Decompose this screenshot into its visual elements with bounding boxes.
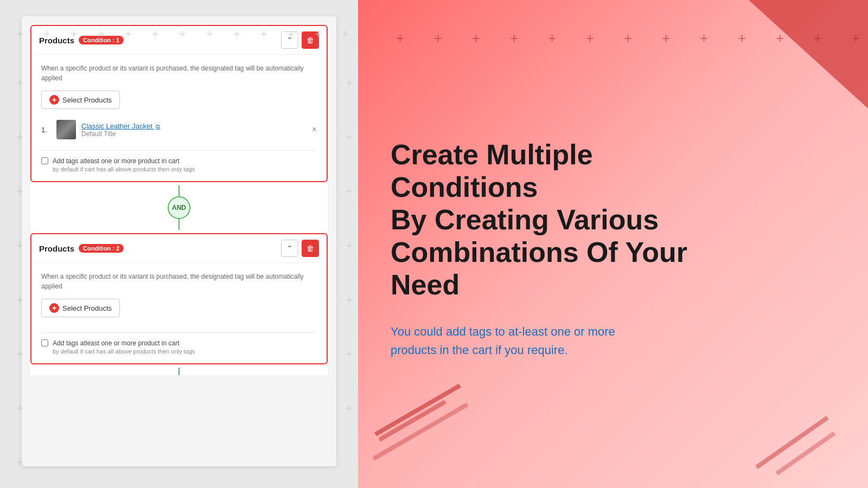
deco-cross-24: + (346, 184, 353, 198)
condition-2-collapse-button[interactable]: ⌃ (281, 240, 298, 257)
right-plus-6: + (586, 30, 594, 47)
deco-cross-25: + (346, 239, 353, 253)
product-item-1-left: 1. Classic Leather Jacket ⧉ Default Titl… (41, 120, 160, 139)
add-icon-1: + (49, 95, 59, 105)
deco-cross-18: + (16, 293, 23, 307)
condition-1-tag-checkbox[interactable] (41, 157, 48, 164)
right-plus-8: + (662, 30, 670, 47)
card-wrapper: Products Condition : 1 ⌃ 🗑 When a specif… (22, 16, 336, 466)
condition-1-tag-text-area: Add tags atleast one or more product in … (53, 156, 195, 172)
product-1-remove-button[interactable]: × (312, 125, 317, 134)
product-1-name[interactable]: Classic Leather Jacket ⧉ (81, 122, 160, 130)
condition-1-tag-sublabel: by default if cart has all above product… (53, 166, 195, 172)
right-plus-5: + (548, 30, 556, 47)
product-1-thumbnail (56, 120, 76, 139)
select-products-label-1: Select Products (62, 96, 112, 104)
condition-1-title-area: Products Condition : 1 (39, 36, 124, 45)
condition-2-badge: Condition : 2 (79, 244, 124, 253)
product-1-info: Classic Leather Jacket ⧉ Default Title (81, 122, 160, 138)
condition-2-delete-button[interactable]: 🗑 (302, 240, 319, 257)
deco-stripe-1 (374, 384, 461, 436)
deco-cross-6: + (152, 27, 159, 41)
condition-1-desc: When a specific product or its variant i… (41, 63, 317, 83)
deco-cross-12: + (315, 27, 322, 41)
bottom-line (178, 368, 180, 375)
deco-cross-26: + (346, 293, 353, 307)
main-card: Products Condition : 1 ⌃ 🗑 When a specif… (22, 16, 336, 466)
trash-icon-2: 🗑 (307, 244, 314, 253)
right-body-text: You could add tags to at-least one or mo… (391, 323, 727, 359)
condition-1-tag-option: Add tags atleast one or more product in … (41, 156, 317, 172)
condition-1-select-products-button[interactable]: + Select Products (41, 91, 120, 109)
external-link-icon: ⧉ (156, 123, 160, 130)
deco-cross-21: + (16, 455, 23, 470)
and-connector: AND (30, 182, 328, 233)
deco-cross-15: + (16, 130, 23, 144)
condition-2-desc: When a specific product or its variant i… (41, 272, 317, 291)
right-plus-2: + (434, 30, 442, 47)
deco-cross-17: + (16, 239, 23, 253)
right-plus-7: + (624, 30, 632, 47)
product-1-variant: Default Title (81, 130, 160, 138)
product-item-1: 1. Classic Leather Jacket ⧉ Default Titl… (41, 117, 317, 143)
deco-cross-1: + (16, 27, 23, 41)
and-line-top (178, 185, 180, 196)
select-products-label-2: Select Products (62, 304, 112, 312)
deco-cross-8: + (206, 27, 213, 41)
right-plus-9: + (700, 30, 708, 47)
deco-cross-9: + (233, 27, 240, 41)
right-plus-1: + (396, 30, 404, 47)
deco-cross-22: + (346, 76, 353, 90)
condition-1-separator (41, 150, 317, 151)
condition-1-actions: ⌃ 🗑 (281, 31, 319, 49)
right-plus-13: + (852, 30, 860, 47)
condition-1-tag-label: Add tags atleast one or more product in … (53, 156, 195, 166)
deco-cross-14: + (16, 76, 23, 90)
left-panel: + + + + + + + + + + + + + + + + + + + + … (0, 0, 358, 488)
deco-stripe-3 (372, 403, 468, 461)
right-plus-4: + (510, 30, 518, 47)
condition-2-actions: ⌃ 🗑 (281, 240, 319, 257)
right-plus-11: + (776, 30, 784, 47)
condition-1-body: When a specific product or its variant i… (31, 55, 327, 181)
condition-2-select-products-button[interactable]: + Select Products (41, 299, 120, 317)
condition-2-title-area: Products Condition : 2 (39, 244, 124, 253)
condition-2-separator (41, 332, 317, 333)
deco-cross-16: + (16, 184, 23, 198)
right-plus-12: + (814, 30, 822, 47)
deco-cross-13: + (342, 27, 349, 41)
deco-cross-3: + (71, 27, 78, 41)
product-1-number: 1. (41, 126, 51, 134)
and-line-bottom (178, 219, 180, 230)
deco-stripe-br-2 (775, 431, 835, 475)
bottom-and-connector (30, 364, 328, 375)
condition-1-product-list: 1. Classic Leather Jacket ⧉ Default Titl… (41, 117, 317, 143)
deco-cross-4: + (98, 27, 105, 41)
condition-2-tag-sublabel: by default if cart has all above product… (53, 348, 195, 355)
deco-cross-27: + (346, 347, 353, 361)
right-plus-10: + (738, 30, 746, 47)
condition-2-tag-label: Add tags atleast one or more product in … (53, 338, 195, 348)
deco-cross-23: + (346, 130, 353, 144)
deco-cross-10: + (260, 27, 267, 41)
condition-2-tag-option: Add tags atleast one or more product in … (41, 338, 317, 355)
condition-2-tag-text-area: Add tags atleast one or more product in … (53, 338, 195, 355)
condition-2-header: Products Condition : 2 ⌃ 🗑 (31, 234, 327, 263)
deco-cross-20: + (16, 401, 23, 415)
deco-cross-11: + (288, 27, 295, 41)
add-icon-2: + (49, 303, 59, 313)
deco-triangle (749, 0, 868, 108)
right-plus-3: + (472, 30, 480, 47)
and-badge: AND (168, 196, 190, 219)
chevron-up-icon-2: ⌃ (286, 244, 293, 253)
deco-cross-19: + (16, 347, 23, 361)
condition-2-tag-checkbox[interactable] (41, 339, 48, 346)
condition-2-body: When a specific product or its variant i… (31, 263, 327, 363)
deco-cross-2: + (43, 27, 50, 41)
deco-cross-5: + (125, 27, 132, 41)
trash-icon: 🗑 (307, 36, 314, 44)
deco-cross-28: + (346, 401, 353, 415)
deco-cross-7: + (179, 27, 186, 41)
right-heading: Create Multiple Conditions By Creating V… (391, 139, 716, 301)
condition-2-block: Products Condition : 2 ⌃ 🗑 When a specif… (30, 233, 328, 364)
